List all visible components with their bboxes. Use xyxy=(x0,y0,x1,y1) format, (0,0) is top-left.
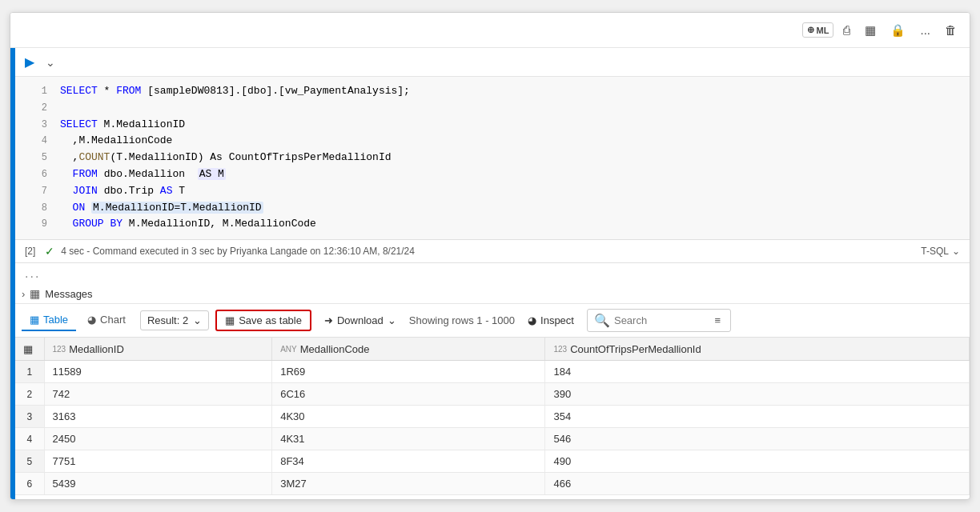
chart-tab-label: Chart xyxy=(100,314,126,326)
delete-button[interactable]: 🗑 xyxy=(940,20,962,40)
row-number: 6 xyxy=(15,473,44,495)
row-number: 4 xyxy=(15,428,44,450)
medallioncode-cell: 6C16 xyxy=(272,383,545,406)
countoftrips-header: 123 CountOfTripsPerMedallionId xyxy=(545,338,970,361)
medallioncode-cell: 8F34 xyxy=(272,450,545,473)
table-grid-icon: ▦ xyxy=(23,343,33,355)
notebook-icon: ⎙ xyxy=(843,23,850,37)
collapse-button[interactable]: ⌄ xyxy=(42,54,58,70)
save-as-table-button[interactable]: ▦ Save as table xyxy=(215,310,311,331)
delete-icon: 🗑 xyxy=(945,23,957,37)
lock-icon: 🔒 xyxy=(890,23,906,38)
language-indicator: T-SQL ⌄ xyxy=(921,246,960,257)
table-row: 1 11589 1R69 184 xyxy=(15,361,970,383)
table-tab-label: Table xyxy=(43,314,68,326)
table-header-row: ▦ 123 MedallionID ANY xyxy=(15,338,970,361)
medallioncode-cell: 4K30 xyxy=(272,406,545,428)
ml-icon: ⊕ xyxy=(807,25,814,35)
table-row: 6 5439 3M27 466 xyxy=(15,473,970,495)
countoftrips-cell: 390 xyxy=(545,383,970,406)
table-row: 4 2450 4K31 546 xyxy=(15,428,970,450)
editor-area: ▶ ⌄ 1 SELECT * FROM [sampleDW0813].[dbo]… xyxy=(15,48,970,499)
code-line-2: 2 xyxy=(15,100,970,117)
messages-section: › ▦ Messages xyxy=(15,284,970,304)
language-label: T-SQL xyxy=(921,246,949,257)
filter-icon[interactable]: ≡ xyxy=(711,313,724,328)
more-options-button[interactable]: ... xyxy=(915,20,935,40)
countoftrips-cell: 466 xyxy=(545,473,970,495)
code-line-3: 3 SELECT M.MedallionID xyxy=(15,117,970,134)
notebook-button[interactable]: ⎙ xyxy=(838,20,855,40)
search-input[interactable] xyxy=(614,314,707,326)
lock-button[interactable]: 🔒 xyxy=(886,20,910,41)
chart-icon: ◕ xyxy=(87,314,96,326)
cell-reference: [2] xyxy=(25,246,35,257)
countoftrips-cell: 546 xyxy=(545,428,970,450)
code-line-1: 1 SELECT * FROM [sampleDW0813].[dbo].[vw… xyxy=(15,83,970,100)
ml-label: ML xyxy=(817,26,829,35)
top-toolbar: ⊕ ML ⎙ ▦ 🔒 ... 🗑 xyxy=(10,13,970,48)
result-selector[interactable]: Result: 2 ⌄ xyxy=(140,310,209,330)
data-table-wrapper: ▦ 123 MedallionID ANY xyxy=(15,338,970,499)
row-icon-header: ▦ xyxy=(15,338,44,361)
status-bar: [2] ✓ 4 sec - Command executed in 3 sec … xyxy=(15,239,970,263)
download-arrow-icon: ➜ xyxy=(324,314,333,326)
main-content: ▶ ⌄ 1 SELECT * FROM [sampleDW0813].[dbo]… xyxy=(10,48,970,499)
table-row: 2 742 6C16 390 xyxy=(15,383,970,406)
medallioncode-header: ANY MedallionCode xyxy=(272,338,545,361)
copy-button[interactable]: ▦ xyxy=(860,20,881,41)
run-controls: ▶ ⌄ xyxy=(15,48,970,77)
table-row: 3 3163 4K30 354 xyxy=(15,406,970,428)
countoftrips-cell: 490 xyxy=(545,450,970,473)
medallionid-cell: 7751 xyxy=(44,450,272,473)
table-body: 1 11589 1R69 184 2 742 6C16 390 3 3163 4… xyxy=(15,361,970,495)
status-message: 4 sec - Command executed in 3 sec by Pri… xyxy=(61,246,415,257)
medallioncode-cell: 3M27 xyxy=(272,473,545,495)
chevron-down-icon: ⌄ xyxy=(952,246,960,257)
ml-button[interactable]: ⊕ ML xyxy=(802,22,834,38)
code-editor: 1 SELECT * FROM [sampleDW0813].[dbo].[vw… xyxy=(15,77,970,239)
save-table-label: Save as table xyxy=(239,314,302,326)
inspect-chart-icon: ◕ xyxy=(528,314,536,326)
row-number: 3 xyxy=(15,406,44,428)
table-tab[interactable]: ▦ Table xyxy=(22,310,76,331)
download-label: Download xyxy=(337,314,384,326)
save-table-icon: ▦ xyxy=(225,314,235,326)
medallionid-cell: 5439 xyxy=(44,473,272,495)
dropdown-chevron-icon: ⌄ xyxy=(193,314,202,326)
countoftrips-cell: 354 xyxy=(545,406,970,428)
run-button[interactable]: ▶ xyxy=(22,53,38,71)
more-icon: ... xyxy=(920,23,930,37)
more-cells-indicator: ... xyxy=(15,263,970,284)
code-line-6: 6 FROM dbo.Medallion AS M xyxy=(15,166,970,183)
download-chevron-icon: ⌄ xyxy=(388,314,396,326)
medallionid-cell: 742 xyxy=(44,383,272,406)
row-number: 2 xyxy=(15,383,44,406)
row-number: 1 xyxy=(15,361,44,383)
search-icon: 🔍 xyxy=(594,313,610,328)
messages-label: Messages xyxy=(45,288,92,300)
medallionid-header: 123 MedallionID xyxy=(44,338,272,361)
medallionid-cell: 2450 xyxy=(44,428,272,450)
messages-table-icon: ▦ xyxy=(30,287,40,300)
code-line-9: 9 GROUP BY M.MedallionID, M.MedallionCod… xyxy=(15,216,970,233)
table-icon: ▦ xyxy=(30,314,39,326)
main-window: ⊕ ML ⎙ ▦ 🔒 ... 🗑 ▶ ⌄ xyxy=(10,12,970,500)
inspect-label: Inspect xyxy=(540,314,574,326)
result-dropdown-label: Result: 2 xyxy=(147,314,188,326)
inspect-button[interactable]: ◕ Inspect xyxy=(521,311,580,330)
messages-chevron-icon[interactable]: › xyxy=(22,288,25,300)
medallionid-cell: 3163 xyxy=(44,406,272,428)
results-toolbar: ▦ Table ◕ Chart Result: 2 ⌄ ▦ Save as ta… xyxy=(15,304,970,338)
search-box[interactable]: 🔍 ≡ xyxy=(587,309,731,332)
code-line-5: 5 ,COUNT(T.MedallionID) As CountOfTripsP… xyxy=(15,150,970,166)
rows-count-info: Showing rows 1 - 1000 xyxy=(409,314,515,326)
download-button[interactable]: ➜ Download ⌄ xyxy=(318,311,403,330)
medallionid-cell: 11589 xyxy=(44,361,272,383)
copy-icon: ▦ xyxy=(865,23,876,38)
code-line-7: 7 JOIN dbo.Trip AS T xyxy=(15,183,970,200)
table-row: 5 7751 8F34 490 xyxy=(15,450,970,473)
code-line-4: 4 ,M.MedallionCode xyxy=(15,133,970,150)
chart-tab[interactable]: ◕ Chart xyxy=(79,310,134,331)
row-number: 5 xyxy=(15,450,44,473)
